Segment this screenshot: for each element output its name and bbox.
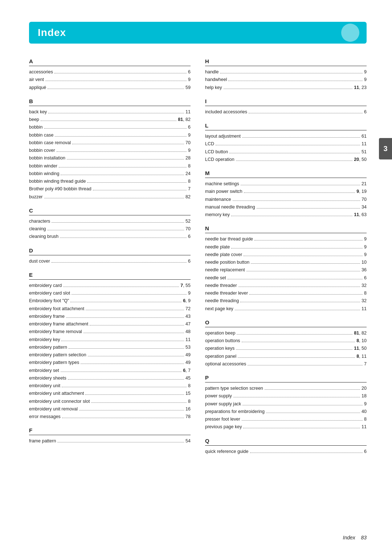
entry-label: next page key (205, 305, 233, 313)
entry-label: characters (29, 218, 50, 225)
entry-label: needle threading (205, 297, 239, 305)
entry-label: power supply (205, 392, 232, 400)
entry-dots (41, 121, 176, 121)
list-item: appliqué59 (29, 84, 191, 92)
section-letter: E (29, 272, 191, 278)
list-item: quick reference guide6 (205, 448, 367, 455)
entry-label: bobbin case (29, 131, 53, 139)
list-item: power supply18 (205, 392, 367, 400)
list-item: embroidery unit connector slot8 (29, 398, 191, 405)
list-item: Embroidery foot "Q"6, 9 (29, 297, 191, 305)
list-item: power supply jack9 (205, 400, 367, 408)
list-item: operation buttons8, 10 (205, 337, 367, 345)
section-letter: H (205, 58, 367, 64)
list-item: embroidery pattern53 (29, 344, 191, 351)
section-letter: I (205, 98, 367, 104)
section-divider (205, 382, 367, 382)
list-item: bobbin6 (29, 123, 191, 131)
entry-page: 28 (185, 154, 191, 162)
section-letter: O (205, 319, 367, 325)
right-column: Hhandle9handwheel9help key11, 23Iinclude… (205, 58, 367, 462)
entry-dots (91, 402, 187, 403)
entry-page: 8 (188, 398, 191, 405)
entry-label: accessories (29, 68, 53, 76)
entry-label: bobbin (29, 123, 43, 131)
entry-label: quick reference guide (205, 448, 249, 455)
entry-label: embroidery pattern types (29, 359, 79, 366)
entry-dots (249, 294, 363, 295)
entry-dots (68, 379, 184, 380)
entry-page: 6, 9 (183, 297, 191, 305)
entry-label: embroidery foot attachment (29, 305, 84, 313)
index-section-c: Ccharacters52cleaning70cleaning brush6 (29, 207, 191, 241)
index-section-i: Iincluded accessories6 (205, 98, 367, 116)
list-item: LCD11 (205, 140, 367, 148)
entry-page: 11 (362, 305, 367, 313)
entry-dots (240, 302, 360, 302)
entry-page: 36 (362, 266, 367, 274)
list-item: bobbin winder8 (29, 162, 191, 170)
list-item: needle replacement36 (205, 266, 367, 274)
index-section-o: Ooperation beep81, 82operation buttons8,… (205, 319, 367, 368)
entry-page: 9 (188, 289, 191, 297)
entry-dots (63, 287, 179, 287)
list-item: embroidery key11 (29, 336, 191, 344)
entry-label: needle set (205, 274, 226, 282)
entry-page: 20, 50 (354, 156, 367, 163)
index-section-f: Fframe pattern54 (29, 427, 191, 445)
entry-dots (266, 413, 360, 413)
entry-dots (231, 248, 363, 248)
list-item: memory key11, 63 (205, 211, 367, 219)
list-item: embroidery pattern selection49 (29, 351, 191, 359)
entry-page: 11, 63 (354, 211, 367, 219)
entry-label: previous page key (205, 423, 242, 431)
section-divider (29, 279, 191, 280)
list-item: bobbin case9 (29, 131, 191, 139)
section-letter: C (29, 207, 191, 214)
entry-page: 6 (188, 233, 191, 240)
entry-label: optional accessories (205, 360, 246, 368)
entry-dots (236, 161, 353, 161)
list-item: layout adjustment61 (205, 133, 367, 140)
entry-page: 52 (185, 218, 191, 225)
entry-page: 70 (185, 225, 191, 233)
list-item: embroidery card7, 55 (29, 282, 191, 289)
entry-dots (87, 182, 187, 183)
list-item: LCD button51 (205, 148, 367, 156)
list-item: presser foot lever8 (205, 416, 367, 423)
entry-label: embroidery set (29, 367, 59, 374)
entry-label: machine settings (205, 180, 239, 188)
section-divider (205, 445, 367, 446)
section-letter: A (29, 58, 191, 64)
list-item: embroidery pattern types49 (29, 359, 191, 366)
entry-dots (242, 405, 363, 405)
entry-dots (70, 302, 181, 302)
entry-label: embroidery key (29, 336, 60, 344)
entry-label: embroidery pattern selection (29, 351, 86, 359)
entry-dots (57, 151, 187, 152)
entry-page: 9 (364, 251, 367, 259)
section-divider (29, 66, 191, 66)
entry-page: 20 (362, 385, 367, 392)
section-divider (205, 178, 367, 178)
list-item: bobbin cover9 (29, 147, 191, 154)
entry-dots (90, 325, 184, 325)
entry-dots (52, 262, 187, 263)
list-item: embroidery frame43 (29, 313, 191, 320)
entry-label: cleaning brush (29, 233, 58, 240)
section-divider (205, 106, 367, 106)
entry-label: embroidery unit attachment (29, 390, 84, 397)
left-column: Aaccessories6air vent9appliqué59Bback ke… (29, 58, 191, 462)
entry-page: 6 (188, 258, 191, 265)
entry-label: embroidery unit connector slot (29, 398, 90, 405)
entry-dots (220, 73, 363, 73)
entry-page: 70 (185, 139, 191, 147)
section-divider (29, 435, 191, 435)
entry-dots (60, 238, 187, 238)
entry-label: Embroidery foot "Q" (29, 297, 69, 305)
entry-dots (55, 136, 187, 137)
entry-dots (243, 428, 360, 428)
entry-page: 16 (185, 405, 191, 413)
entry-label: buzzer (29, 193, 43, 201)
list-item: embroidery unit8 (29, 382, 191, 390)
